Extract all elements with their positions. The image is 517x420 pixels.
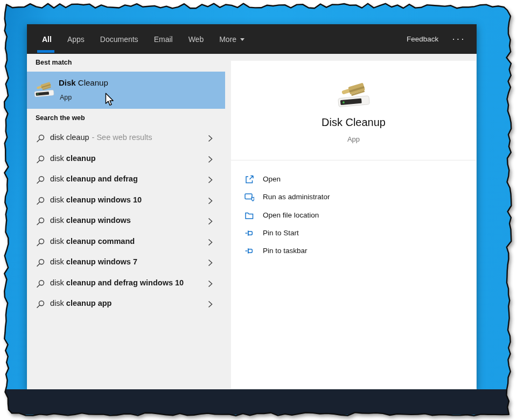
search-the-web-header: Search the web [36,114,85,122]
feedback-button[interactable]: Feedback [407,24,438,54]
web-suggestion-row[interactable]: disk cleanup windows [27,211,225,232]
search-icon [36,300,45,309]
chevron-right-icon [208,239,213,246]
action-run-as-administrator[interactable]: Run as administrator [231,190,476,205]
web-suggestion-row[interactable]: disk cleanup windows 7 [27,253,225,273]
best-match-header: Best match [36,59,72,66]
suggestion-completion: cleanup app [66,299,112,307]
tab-more-label: More [219,35,236,44]
tab-documents[interactable]: Documents [100,24,138,54]
action-pin-to-start[interactable]: Pin to Start [231,226,476,241]
suggestion-note: - See web results [92,133,152,142]
search-icon [36,279,45,288]
start-search-window: All Apps Documents Email Web More Feedba… [27,24,477,389]
search-icon [36,258,45,267]
tab-more[interactable]: More [219,24,244,54]
preview-panel: Disk Cleanup App Open [231,61,476,389]
preview-app-name: Disk Cleanup [231,116,476,129]
more-options-icon[interactable]: ··· [452,24,465,53]
chevron-right-icon [208,135,213,142]
tab-all[interactable]: All [42,24,52,54]
search-icon [36,197,45,205]
suggestion-typed: disk [50,237,66,246]
shield-icon [244,192,254,202]
suggestion-typed: disk [50,299,66,307]
tab-email[interactable]: Email [154,24,173,54]
tab-web[interactable]: Web [188,24,204,54]
suggestion-typed: disk [50,195,66,204]
chevron-right-icon [208,218,213,225]
folder-icon [244,211,254,220]
chevron-right-icon [208,156,213,163]
suggestion-completion: cleanup and defrag windows 10 [66,278,184,287]
best-match-result[interactable]: Disk Cleanup App [27,72,225,109]
tab-apps[interactable]: Apps [67,24,85,54]
suggestion-typed: disk [50,257,66,266]
suggestion-completion: cleanup [66,154,96,163]
web-suggestion-row[interactable]: disk cleanup command [27,232,225,253]
best-match-title-bold: Disk [59,78,76,87]
chevron-right-icon [208,197,213,205]
search-icon [36,217,45,226]
desktop-wallpaper: All Apps Documents Email Web More Feedba… [0,0,517,420]
disk-cleanup-icon-large [336,78,372,111]
preview-divider [231,160,476,160]
best-match-title-rest: Cleanup [76,78,108,87]
suggestion-completion: cleanup windows [66,216,131,225]
chevron-down-icon [240,38,244,41]
pin-icon [244,228,254,238]
suggestion-typed: disk [50,216,66,225]
taskbar: disk cleaup e [0,389,517,415]
web-suggestion-row[interactable]: disk cleaup- See web results [27,128,225,149]
search-icon [36,238,45,247]
web-suggestion-row[interactable]: disk cleanup and defrag [27,170,225,190]
suggestion-completion: cleanup and defrag [66,174,138,183]
suggestion-typed: disk [50,154,66,163]
action-label: Open [263,175,281,183]
best-match-type: App [60,94,72,101]
chevron-right-icon [208,300,213,308]
best-match-title: Disk Cleanup [59,78,108,87]
suggestion-completion: cleanup command [66,237,135,246]
web-suggestion-row[interactable]: disk cleanup windows 10 [27,191,225,211]
suggestion-typed: disk cleaup [50,133,89,142]
action-label: Pin to taskbar [263,247,308,255]
suggestion-typed: disk [50,278,66,287]
torn-photo: All Apps Documents Email Web More Feedba… [0,0,517,420]
web-suggestion-row[interactable]: disk cleanup [27,149,225,170]
suggestion-completion: cleanup windows 7 [66,257,137,266]
screenshot: All Apps Documents Email Web More Feedba… [0,0,517,420]
web-suggestion-row[interactable]: disk cleanup app [27,294,225,314]
search-icon [36,134,45,143]
chevron-right-icon [208,259,213,267]
action-open[interactable]: Open [231,172,476,187]
suggestion-typed: disk [50,174,66,183]
action-label: Open file location [263,211,319,219]
web-suggestion-row[interactable]: disk cleanup and defrag windows 10 [27,274,225,294]
chevron-right-icon [208,176,213,184]
open-icon [244,174,254,184]
action-label: Pin to Start [263,229,299,237]
action-pin-to-taskbar[interactable]: Pin to taskbar [231,243,476,258]
action-label: Run as administrator [263,193,330,201]
chevron-right-icon [208,280,213,288]
search-icon [36,176,45,184]
disk-cleanup-icon [33,79,55,100]
pin-icon [244,246,254,256]
action-open-file-location[interactable]: Open file location [231,208,476,223]
preview-app-type: App [231,135,476,143]
search-icon [36,155,45,164]
mouse-cursor [105,93,114,107]
suggestion-completion: cleanup windows 10 [66,195,142,204]
